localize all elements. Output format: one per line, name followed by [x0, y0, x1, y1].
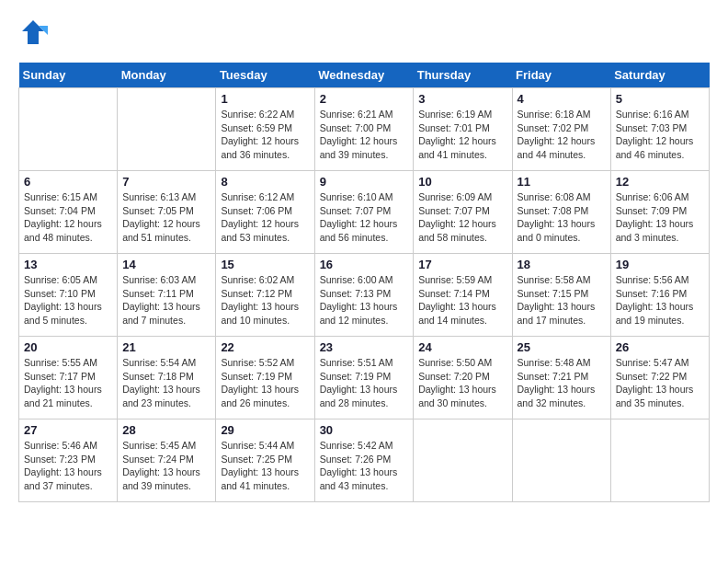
- calendar-cell: 5Sunrise: 6:16 AMSunset: 7:03 PMDaylight…: [610, 88, 709, 171]
- day-number: 22: [221, 340, 309, 354]
- day-number: 26: [616, 340, 704, 354]
- calendar-cell: 14Sunrise: 6:03 AMSunset: 7:11 PMDayligh…: [118, 254, 216, 337]
- day-number: 5: [616, 92, 704, 106]
- calendar-cell: 1Sunrise: 6:22 AMSunset: 6:59 PMDaylight…: [216, 88, 314, 171]
- svg-marker-0: [22, 20, 44, 44]
- day-number: 21: [122, 340, 210, 354]
- day-info: Sunrise: 5:42 AMSunset: 7:26 PMDaylight:…: [320, 439, 409, 493]
- day-info: Sunrise: 6:10 AMSunset: 7:07 PMDaylight:…: [320, 190, 409, 245]
- day-number: 17: [418, 258, 506, 271]
- day-info: Sunrise: 5:51 AMSunset: 7:19 PMDaylight:…: [320, 356, 409, 410]
- calendar-cell: [512, 419, 610, 502]
- weekday-header-thursday: Thursday: [414, 63, 512, 88]
- day-info: Sunrise: 6:06 AMSunset: 7:09 PMDaylight:…: [616, 190, 704, 245]
- day-info: Sunrise: 5:56 AMSunset: 7:16 PMDaylight:…: [616, 273, 704, 327]
- calendar-cell: 23Sunrise: 5:51 AMSunset: 7:19 PMDayligh…: [314, 337, 414, 419]
- calendar-cell: 20Sunrise: 5:55 AMSunset: 7:17 PMDayligh…: [19, 337, 118, 419]
- day-info: Sunrise: 5:45 AMSunset: 7:24 PMDaylight:…: [122, 439, 210, 493]
- weekday-header-row: SundayMondayTuesdayWednesdayThursdayFrid…: [19, 63, 710, 88]
- week-row-2: 6Sunrise: 6:15 AMSunset: 7:04 PMDaylight…: [19, 171, 710, 254]
- day-number: 28: [122, 423, 210, 437]
- calendar-cell: 30Sunrise: 5:42 AMSunset: 7:26 PMDayligh…: [314, 419, 414, 502]
- logo-icon: [18, 18, 48, 48]
- day-info: Sunrise: 6:18 AMSunset: 7:02 PMDaylight:…: [518, 108, 606, 162]
- calendar-cell: 8Sunrise: 6:12 AMSunset: 7:06 PMDaylight…: [216, 171, 314, 254]
- week-row-5: 27Sunrise: 5:46 AMSunset: 7:23 PMDayligh…: [19, 419, 710, 502]
- day-info: Sunrise: 6:00 AMSunset: 7:13 PMDaylight:…: [320, 273, 409, 327]
- day-info: Sunrise: 6:03 AMSunset: 7:11 PMDaylight:…: [122, 273, 210, 327]
- week-row-1: 1Sunrise: 6:22 AMSunset: 6:59 PMDaylight…: [19, 88, 710, 171]
- weekday-header-saturday: Saturday: [610, 63, 709, 88]
- calendar-cell: 25Sunrise: 5:48 AMSunset: 7:21 PMDayligh…: [512, 337, 610, 419]
- day-number: 3: [418, 92, 506, 106]
- day-info: Sunrise: 6:09 AMSunset: 7:07 PMDaylight:…: [418, 190, 506, 245]
- calendar-cell: 17Sunrise: 5:59 AMSunset: 7:14 PMDayligh…: [414, 254, 512, 337]
- day-info: Sunrise: 5:54 AMSunset: 7:18 PMDaylight:…: [122, 356, 210, 410]
- weekday-header-sunday: Sunday: [19, 63, 118, 88]
- logo: [18, 18, 51, 48]
- day-number: 2: [320, 92, 409, 106]
- day-info: Sunrise: 5:59 AMSunset: 7:14 PMDaylight:…: [418, 273, 506, 327]
- calendar-cell: 2Sunrise: 6:21 AMSunset: 7:00 PMDaylight…: [314, 88, 414, 171]
- calendar-cell: 12Sunrise: 6:06 AMSunset: 7:09 PMDayligh…: [610, 171, 709, 254]
- day-number: 25: [518, 340, 606, 354]
- day-info: Sunrise: 6:02 AMSunset: 7:12 PMDaylight:…: [221, 273, 309, 327]
- calendar-cell: [610, 419, 709, 502]
- weekday-header-friday: Friday: [512, 63, 610, 88]
- day-number: 30: [320, 423, 409, 437]
- weekday-header-wednesday: Wednesday: [314, 63, 414, 88]
- day-number: 18: [518, 258, 606, 271]
- week-row-4: 20Sunrise: 5:55 AMSunset: 7:17 PMDayligh…: [19, 337, 710, 419]
- day-info: Sunrise: 6:21 AMSunset: 7:00 PMDaylight:…: [320, 108, 409, 162]
- day-number: 9: [320, 175, 409, 189]
- day-number: 4: [518, 92, 606, 106]
- day-info: Sunrise: 6:12 AMSunset: 7:06 PMDaylight:…: [221, 190, 309, 245]
- calendar-cell: 11Sunrise: 6:08 AMSunset: 7:08 PMDayligh…: [512, 171, 610, 254]
- calendar-cell: [19, 88, 118, 171]
- calendar-cell: 9Sunrise: 6:10 AMSunset: 7:07 PMDaylight…: [314, 171, 414, 254]
- calendar-cell: 28Sunrise: 5:45 AMSunset: 7:24 PMDayligh…: [118, 419, 216, 502]
- calendar-cell: 16Sunrise: 6:00 AMSunset: 7:13 PMDayligh…: [314, 254, 414, 337]
- calendar-cell: 3Sunrise: 6:19 AMSunset: 7:01 PMDaylight…: [414, 88, 512, 171]
- calendar-cell: 21Sunrise: 5:54 AMSunset: 7:18 PMDayligh…: [118, 337, 216, 419]
- day-info: Sunrise: 6:08 AMSunset: 7:08 PMDaylight:…: [518, 190, 606, 245]
- day-info: Sunrise: 5:48 AMSunset: 7:21 PMDaylight:…: [518, 356, 606, 410]
- calendar-table: SundayMondayTuesdayWednesdayThursdayFrid…: [18, 63, 710, 502]
- day-info: Sunrise: 5:47 AMSunset: 7:22 PMDaylight:…: [616, 356, 704, 410]
- calendar-cell: 4Sunrise: 6:18 AMSunset: 7:02 PMDaylight…: [512, 88, 610, 171]
- calendar-cell: 26Sunrise: 5:47 AMSunset: 7:22 PMDayligh…: [610, 337, 709, 419]
- calendar-cell: 22Sunrise: 5:52 AMSunset: 7:19 PMDayligh…: [216, 337, 314, 419]
- day-info: Sunrise: 6:16 AMSunset: 7:03 PMDaylight:…: [616, 108, 704, 162]
- calendar-cell: 13Sunrise: 6:05 AMSunset: 7:10 PMDayligh…: [19, 254, 118, 337]
- day-number: 16: [320, 258, 409, 271]
- day-info: Sunrise: 6:05 AMSunset: 7:10 PMDaylight:…: [24, 273, 112, 327]
- day-number: 12: [616, 175, 704, 189]
- day-number: 15: [221, 258, 309, 271]
- day-number: 23: [320, 340, 409, 354]
- day-info: Sunrise: 6:15 AMSunset: 7:04 PMDaylight:…: [24, 190, 112, 245]
- day-number: 20: [24, 340, 112, 354]
- day-number: 1: [221, 92, 309, 106]
- day-number: 29: [221, 423, 309, 437]
- day-info: Sunrise: 6:19 AMSunset: 7:01 PMDaylight:…: [418, 108, 506, 162]
- day-number: 6: [24, 175, 112, 189]
- day-number: 13: [24, 258, 112, 271]
- day-number: 14: [122, 258, 210, 271]
- day-number: 11: [518, 175, 606, 189]
- calendar-cell: 18Sunrise: 5:58 AMSunset: 7:15 PMDayligh…: [512, 254, 610, 337]
- day-number: 7: [122, 175, 210, 189]
- weekday-header-tuesday: Tuesday: [216, 63, 314, 88]
- calendar-cell: [118, 88, 216, 171]
- calendar-cell: 7Sunrise: 6:13 AMSunset: 7:05 PMDaylight…: [118, 171, 216, 254]
- day-info: Sunrise: 5:46 AMSunset: 7:23 PMDaylight:…: [24, 439, 112, 493]
- calendar-cell: 29Sunrise: 5:44 AMSunset: 7:25 PMDayligh…: [216, 419, 314, 502]
- day-info: Sunrise: 5:58 AMSunset: 7:15 PMDaylight:…: [518, 273, 606, 327]
- calendar-cell: 6Sunrise: 6:15 AMSunset: 7:04 PMDaylight…: [19, 171, 118, 254]
- page-header: [18, 18, 710, 48]
- day-number: 10: [418, 175, 506, 189]
- day-info: Sunrise: 5:55 AMSunset: 7:17 PMDaylight:…: [24, 356, 112, 410]
- day-number: 8: [221, 175, 309, 189]
- calendar-cell: 10Sunrise: 6:09 AMSunset: 7:07 PMDayligh…: [414, 171, 512, 254]
- day-info: Sunrise: 5:44 AMSunset: 7:25 PMDaylight:…: [221, 439, 309, 493]
- calendar-cell: 15Sunrise: 6:02 AMSunset: 7:12 PMDayligh…: [216, 254, 314, 337]
